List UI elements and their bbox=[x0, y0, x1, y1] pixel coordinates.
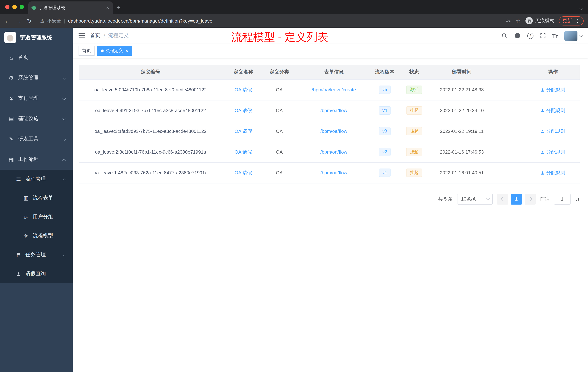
chevron-down-icon bbox=[63, 95, 65, 101]
breadcrumb: 首页 / 流程定义 bbox=[90, 33, 129, 39]
new-tab-button[interactable]: + bbox=[116, 4, 120, 12]
definition-name-link[interactable]: OA 请假 bbox=[235, 87, 252, 92]
tab-close-icon[interactable]: × bbox=[106, 5, 109, 10]
deploy-time: 2022-01-16 17:46:53 bbox=[433, 142, 491, 162]
definition-name-link[interactable]: OA 请假 bbox=[235, 170, 252, 175]
sidebar-item-process-form[interactable]: ▥ 流程表单 bbox=[0, 188, 73, 208]
goto-page-input[interactable] bbox=[554, 194, 571, 204]
filler-cell bbox=[491, 142, 526, 162]
sidebar-item-process-model[interactable]: ✈ 流程模型 bbox=[0, 226, 73, 245]
user-icon bbox=[15, 271, 22, 277]
deploy-time: 2022-01-22 20:34:10 bbox=[433, 100, 491, 121]
browser-toolbar: ← → ↻ ⚠ 不安全 | dashboard.yudao.iocoder.cn… bbox=[0, 14, 588, 28]
form-icon: ▥ bbox=[22, 195, 30, 201]
form-link[interactable]: /bpm/oa/flow bbox=[320, 108, 347, 113]
browser-menu-icon[interactable]: ⋮ bbox=[575, 18, 580, 24]
assign-rule-link[interactable]: 分配规则 bbox=[541, 128, 565, 134]
window-close-button[interactable] bbox=[5, 5, 10, 9]
help-icon[interactable]: ? bbox=[527, 33, 533, 39]
github-icon[interactable] bbox=[514, 33, 521, 39]
definition-name-link[interactable]: OA 请假 bbox=[235, 149, 252, 154]
fullscreen-icon[interactable] bbox=[540, 33, 546, 39]
chrome-update-button[interactable]: 更新 ⋮ bbox=[559, 16, 584, 25]
table-row: oa_leave:5:004b710b-7b8a-11ec-8ef0-acde4… bbox=[79, 79, 580, 100]
filler-cell bbox=[491, 162, 526, 183]
chevron-up-icon bbox=[63, 156, 65, 162]
main-content: 流程模型 - 定义列表 首页 / 流程定义 ? bbox=[73, 28, 588, 372]
sidebar-item-home[interactable]: ⌂ 首页 bbox=[0, 47, 73, 68]
sidebar-item-dev-tools[interactable]: ✎ 研发工具 bbox=[0, 129, 73, 149]
chevron-down-icon bbox=[63, 116, 65, 121]
assign-rule-link[interactable]: 分配规则 bbox=[541, 149, 565, 155]
window-zoom-button[interactable] bbox=[20, 5, 24, 9]
sidebar-item-system-management[interactable]: ⚙ 系统管理 bbox=[0, 68, 73, 88]
chevron-down-icon bbox=[63, 252, 65, 258]
sidebar-item-process-management[interactable]: ☰ 流程管理 bbox=[0, 170, 73, 188]
paper-plane-icon: ✈ bbox=[22, 233, 30, 239]
tab-search-chevron-icon[interactable] bbox=[580, 5, 582, 12]
definition-name-link[interactable]: OA 请假 bbox=[235, 108, 252, 113]
status-badge: 激活 bbox=[406, 86, 422, 94]
sidebar-item-label: 工作流程 bbox=[18, 156, 39, 163]
top-navbar: 首页 / 流程定义 ? TT bbox=[73, 28, 588, 44]
tag-close-icon[interactable]: × bbox=[126, 48, 128, 53]
page-url: dashboard.yudao.iocoder.cn/bpm/manager/d… bbox=[68, 18, 212, 23]
sidebar-item-label: 流程模型 bbox=[33, 233, 53, 239]
table-row: oa_leave:1:482ec033-762a-11ec-8477-a2380… bbox=[79, 162, 580, 183]
current-page-button[interactable]: 1 bbox=[511, 194, 522, 204]
address-bar[interactable]: ⚠ 不安全 | dashboard.yudao.iocoder.cn/bpm/m… bbox=[37, 16, 500, 26]
font-size-icon[interactable]: TT bbox=[552, 33, 558, 39]
sidebar-item-payment-management[interactable]: ¥ 支付管理 bbox=[0, 88, 73, 109]
yen-icon: ¥ bbox=[7, 95, 15, 101]
form-link[interactable]: /bpm/oa/flow bbox=[320, 170, 347, 175]
definition-name-link[interactable]: OA 请假 bbox=[235, 128, 252, 134]
gear-icon: ⚙ bbox=[7, 75, 15, 81]
sidebar-toggle-icon[interactable] bbox=[79, 33, 85, 38]
assign-rule-link[interactable]: 分配规则 bbox=[541, 87, 565, 93]
sidebar-item-label: 请假查询 bbox=[25, 271, 46, 277]
sidebar-item-label: 流程表单 bbox=[33, 195, 53, 201]
definition-id: oa_leave:5:004b710b-7b8a-11ec-8ef0-acde4… bbox=[79, 79, 222, 100]
bookmark-star-icon[interactable]: ☆ bbox=[515, 17, 521, 24]
forward-button[interactable]: → bbox=[16, 18, 22, 24]
sidebar-item-workflow[interactable]: ▦ 工作流程 bbox=[0, 149, 73, 170]
user-icon bbox=[541, 108, 545, 113]
avatar bbox=[564, 31, 578, 41]
search-icon[interactable] bbox=[501, 33, 507, 39]
col-definition-name: 定义名称 bbox=[222, 65, 265, 79]
sidebar-item-leave-query[interactable]: 请假查询 bbox=[0, 264, 73, 283]
form-link[interactable]: /bpm/oa/leave/create bbox=[312, 87, 356, 92]
assign-rule-link[interactable]: 分配规则 bbox=[541, 169, 565, 176]
sidebar-item-label: 首页 bbox=[18, 54, 28, 61]
sidebar-item-task-management[interactable]: ⚑ 任务管理 bbox=[0, 245, 73, 264]
page-content: 定义编号 定义名称 定义分类 表单信息 流程版本 状态 部署时间 操作 bbox=[73, 58, 588, 372]
table-row: oa_leave:4:991f2193-7b7f-11ec-a3c8-acde4… bbox=[79, 100, 580, 121]
sidebar-item-user-group[interactable]: ☺ 用户分组 bbox=[0, 208, 73, 226]
tag-label: 首页 bbox=[82, 48, 91, 54]
assign-rule-link[interactable]: 分配规则 bbox=[541, 107, 565, 114]
definition-category: OA bbox=[265, 100, 294, 121]
browser-tab[interactable]: 芋道管理系统 × bbox=[28, 1, 113, 14]
page-size-select[interactable]: 10条/页 bbox=[457, 194, 493, 204]
sidebar-item-infrastructure[interactable]: ▤ 基础设施 bbox=[0, 109, 73, 129]
window-minimize-button[interactable] bbox=[12, 5, 17, 9]
reload-button[interactable]: ↻ bbox=[27, 18, 32, 23]
form-link[interactable]: /bpm/oa/flow bbox=[320, 129, 347, 134]
back-button[interactable]: ← bbox=[4, 18, 10, 24]
prev-page-button[interactable] bbox=[497, 194, 508, 204]
page-size-value: 10条/页 bbox=[461, 196, 477, 202]
next-page-button[interactable] bbox=[525, 194, 536, 204]
user-avatar-menu[interactable] bbox=[564, 31, 582, 41]
home-icon: ⌂ bbox=[7, 55, 15, 61]
tab-title: 芋道管理系统 bbox=[39, 5, 103, 11]
version-badge: v4 bbox=[379, 106, 390, 115]
breadcrumb-home[interactable]: 首页 bbox=[90, 33, 100, 39]
status-badge: 挂起 bbox=[406, 106, 422, 115]
definition-id: oa_leave:4:991f2193-7b7f-11ec-a3c8-acde4… bbox=[79, 100, 222, 121]
tag-home[interactable]: 首页 bbox=[79, 46, 94, 56]
tag-process-definition[interactable]: 流程定义 × bbox=[97, 46, 132, 56]
version-badge: v5 bbox=[379, 86, 390, 94]
password-key-icon[interactable] bbox=[505, 18, 511, 24]
definition-id: oa_leave:3:1fad3d93-7b75-11ec-a3c8-acde4… bbox=[79, 121, 222, 142]
form-link[interactable]: /bpm/oa/flow bbox=[320, 149, 347, 155]
